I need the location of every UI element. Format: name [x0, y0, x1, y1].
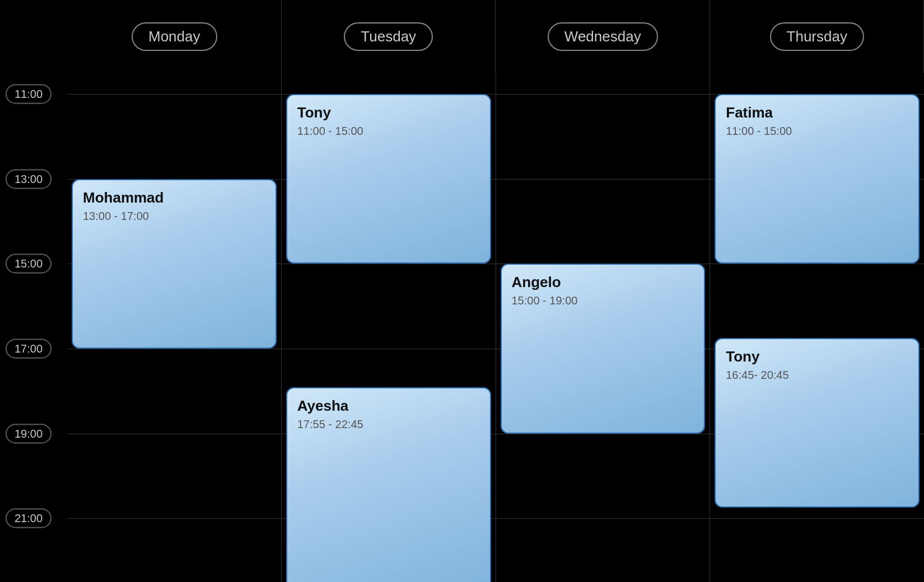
time-label-1700: 17:00 [6, 339, 52, 358]
day-col-monday: Mohammad13:00 - 17:00Mohammad13:00 - 17:… [67, 73, 282, 582]
day-col-thursday: Fatima11:00 - 15:00Tony16:45- 20:45Fatim… [710, 73, 924, 582]
event-name-tony-tue: Tony [297, 104, 480, 121]
time-label-1100: 11:00 [6, 84, 52, 104]
event-fatima-thu[interactable]: Fatima11:00 - 15:00 [715, 94, 920, 264]
event-time-tony-tue: 11:00 - 15:00 [297, 125, 480, 138]
time-label-2100: 21:00 [6, 509, 52, 528]
event-tony-tue[interactable]: Tony11:00 - 15:00 [286, 94, 491, 264]
time-col-header [0, 0, 67, 73]
day-header-tuesday: Tuesday [282, 0, 496, 73]
day-col-tuesday: Tony11:00 - 15:00Ayesha17:55 - 22:45Tony… [282, 73, 496, 582]
day-label-wednesday: Wednesday [548, 22, 658, 51]
event-time-angelo-wed: 15:00 - 19:00 [512, 294, 694, 307]
time-label-1900: 19:00 [6, 424, 52, 443]
event-time-fatima-thu: 11:00 - 15:00 [726, 125, 908, 138]
day-col-wednesday: Angelo15:00 - 19:00Angelo15:00 - 19:00 [496, 73, 711, 582]
calendar-container: Monday Tuesday Wednesday Thursday 11:001… [0, 0, 924, 582]
event-ayesha-tue[interactable]: Ayesha17:55 - 22:45 [286, 387, 491, 582]
event-mohammad-mon[interactable]: Mohammad13:00 - 17:00 [72, 179, 277, 349]
header-row: Monday Tuesday Wednesday Thursday [0, 0, 924, 73]
day-header-thursday: Thursday [710, 0, 925, 73]
day-label-monday: Monday [132, 22, 217, 51]
event-time-ayesha-tue: 17:55 - 22:45 [297, 418, 480, 431]
day-header-monday: Monday [67, 0, 282, 73]
event-name-fatima-thu: Fatima [726, 104, 908, 121]
event-time-tony-thu: 16:45- 20:45 [726, 369, 908, 382]
time-label-1500: 15:00 [6, 254, 52, 274]
event-name-tony-thu: Tony [726, 348, 908, 365]
body-row: 11:0013:0015:0017:0019:0021:0011:0013:00… [0, 73, 924, 582]
day-header-wednesday: Wednesday [496, 0, 710, 73]
event-name-ayesha-tue: Ayesha [297, 397, 480, 415]
event-tony-thu[interactable]: Tony16:45- 20:45 [715, 338, 920, 508]
day-label-thursday: Thursday [770, 22, 864, 51]
event-name-mohammad-mon: Mohammad [83, 189, 265, 206]
time-column: 11:0013:0015:0017:0019:0021:0011:0013:00… [0, 73, 67, 582]
time-label-1300: 13:00 [6, 169, 52, 189]
event-name-angelo-wed: Angelo [512, 274, 694, 291]
day-label-tuesday: Tuesday [344, 22, 433, 51]
event-time-mohammad-mon: 13:00 - 17:00 [83, 210, 265, 223]
event-angelo-wed[interactable]: Angelo15:00 - 19:00 [501, 264, 706, 433]
